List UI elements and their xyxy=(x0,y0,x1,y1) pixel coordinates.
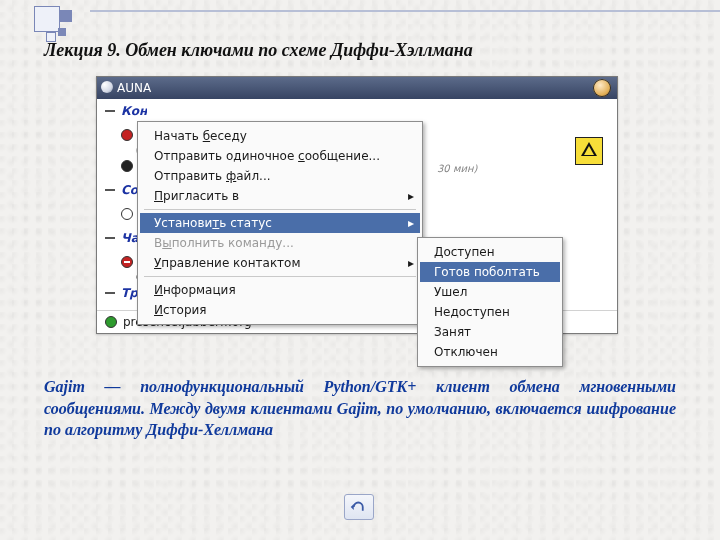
status-offline[interactable]: Отключен xyxy=(420,342,560,362)
menu-start-chat[interactable]: Начать беседу xyxy=(140,126,420,146)
u-turn-left-icon xyxy=(350,500,368,514)
contact-context-menu: Начать беседу Отправить одиночное сообще… xyxy=(137,121,423,325)
menu-set-status[interactable]: Установить статус ▸ xyxy=(140,213,420,233)
status-online-icon xyxy=(105,316,117,328)
status-offline-icon xyxy=(121,160,133,172)
slide-top-rule xyxy=(90,10,720,12)
menu-send-file[interactable]: Отправить файл... xyxy=(140,166,420,186)
menu-execute-command: Выполнить команду... xyxy=(140,233,420,253)
collapse-icon[interactable] xyxy=(105,189,115,191)
collapse-icon[interactable] xyxy=(105,110,115,112)
chevron-right-icon: ▸ xyxy=(408,189,414,203)
window-sysmenu-icon[interactable] xyxy=(101,81,113,93)
menu-manage-contact[interactable]: Управление контактом ▸ xyxy=(140,253,420,273)
status-away[interactable]: Ушел xyxy=(420,282,560,302)
chevron-right-icon: ▸ xyxy=(408,256,414,270)
menu-history[interactable]: История xyxy=(140,300,420,320)
menu-separator xyxy=(144,209,416,210)
window-title: AUNA xyxy=(117,81,151,95)
window-titlebar[interactable]: AUNA xyxy=(97,77,617,99)
status-submenu: Доступен Готов поболтать Ушел Недоступен… xyxy=(417,237,563,367)
warning-sign-icon xyxy=(575,137,603,165)
status-xa[interactable]: Недоступен xyxy=(420,302,560,322)
status-chat-icon xyxy=(121,208,133,220)
idle-hint: 30 мин) xyxy=(437,163,477,174)
gajim-mascot-icon xyxy=(593,79,611,97)
collapse-icon[interactable] xyxy=(105,237,115,239)
status-available[interactable]: Доступен xyxy=(420,242,560,262)
menu-information[interactable]: Информация xyxy=(140,280,420,300)
slide-title: Лекция 9. Обмен ключами по схеме Диффи-Х… xyxy=(44,40,473,61)
status-busy-icon xyxy=(121,129,133,141)
slide-caption: Gajim — полнофункциональный Python/GTK+ … xyxy=(44,376,676,441)
menu-send-single-message[interactable]: Отправить одиночное сообщение... xyxy=(140,146,420,166)
roster-panel: Кон ksa (Авт ere Собе svic Чат xyxy=(97,99,617,333)
menu-separator xyxy=(144,276,416,277)
gajim-window: AUNA Кон ksa (Авт ere Собе svic xyxy=(96,76,618,334)
menu-invite-to[interactable]: Пригласить в ▸ xyxy=(140,186,420,206)
return-button[interactable] xyxy=(344,494,374,520)
chevron-right-icon: ▸ xyxy=(408,216,414,230)
status-dnd-icon xyxy=(121,256,133,268)
status-free-for-chat[interactable]: Готов поболтать xyxy=(420,262,560,282)
collapse-icon[interactable] xyxy=(105,292,115,294)
roster-group[interactable]: Кон xyxy=(97,99,617,123)
status-dnd[interactable]: Занят xyxy=(420,322,560,342)
